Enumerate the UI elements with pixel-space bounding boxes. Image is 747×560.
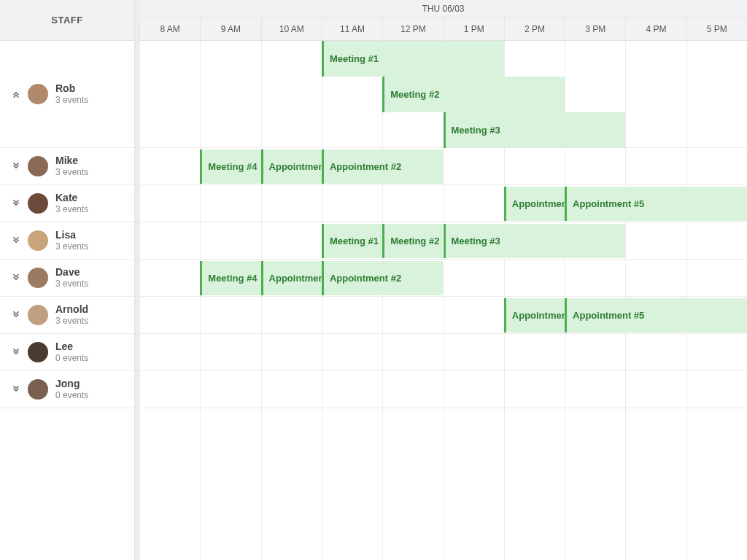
staff-name: Kate bbox=[55, 192, 88, 204]
hour-cell: 10 AM bbox=[261, 18, 322, 41]
event[interactable]: Appointment bbox=[504, 298, 565, 332]
avatar bbox=[28, 305, 48, 325]
chevron-down-icon[interactable] bbox=[7, 273, 25, 283]
hour-header: 8 AM9 AM10 AM11 AM12 PM1 PM2 PM3 PM4 PM5… bbox=[139, 18, 747, 41]
date-header: THU 06/03 bbox=[139, 0, 747, 18]
staff-events-count: 3 events bbox=[55, 241, 88, 253]
staff-events-count: 3 events bbox=[55, 316, 88, 327]
staff-row-jong[interactable]: Jong0 events bbox=[0, 371, 134, 408]
event[interactable]: Meeting #2 bbox=[382, 224, 443, 258]
staff-row-dave[interactable]: Dave3 events bbox=[0, 260, 134, 297]
event[interactable]: Meeting #2 bbox=[382, 77, 565, 112]
event[interactable]: Meeting #4 bbox=[200, 261, 260, 295]
hour-cell: 9 AM bbox=[200, 18, 260, 41]
staff-row-rob[interactable]: Rob3 events bbox=[0, 41, 134, 148]
avatar bbox=[28, 342, 48, 362]
staff-events-count: 3 events bbox=[55, 204, 88, 216]
event[interactable]: Meeting #3 bbox=[444, 224, 626, 258]
timeline: THU 06/03 8 AM9 AM10 AM11 AM12 PM1 PM2 P… bbox=[135, 0, 747, 560]
staff-name: Dave bbox=[55, 266, 88, 279]
event[interactable]: Appointment #2 bbox=[322, 149, 444, 184]
staff-events-count: 3 events bbox=[55, 167, 88, 179]
staff-name: Rob bbox=[55, 82, 88, 95]
event[interactable]: Appointment bbox=[261, 149, 322, 184]
hour-cell: 12 PM bbox=[382, 18, 443, 41]
sidebar-header: STAFF bbox=[0, 0, 134, 41]
grid-body[interactable]: Meeting #1Meeting #2Meeting #3Meeting #4… bbox=[139, 41, 747, 560]
lane: Meeting #4AppointmentAppointment #2 bbox=[139, 148, 747, 185]
hour-cell: 4 PM bbox=[625, 18, 686, 41]
lane: AppointmentAppointment #5 bbox=[139, 297, 747, 334]
event[interactable]: Meeting #1 bbox=[322, 224, 382, 258]
avatar bbox=[28, 156, 48, 176]
chevron-down-icon[interactable] bbox=[7, 310, 25, 320]
hour-cell: 3 PM bbox=[565, 18, 625, 41]
lane: Meeting #4AppointmentAppointment #2 bbox=[139, 260, 747, 297]
chevron-down-icon[interactable] bbox=[7, 347, 25, 357]
lane: Meeting #1Meeting #2Meeting #3 bbox=[139, 222, 747, 260]
event[interactable]: Meeting #3 bbox=[444, 112, 626, 148]
chevron-up-icon[interactable] bbox=[7, 89, 25, 99]
lane: AppointmentAppointment #5 bbox=[139, 185, 747, 222]
event[interactable]: Meeting #4 bbox=[200, 149, 260, 184]
chevron-down-icon[interactable] bbox=[7, 161, 25, 171]
staff-row-lisa[interactable]: Lisa3 events bbox=[0, 222, 134, 260]
event[interactable]: Appointment #5 bbox=[565, 298, 747, 332]
chevron-down-icon[interactable] bbox=[7, 236, 25, 246]
hour-cell: 11 AM bbox=[322, 18, 382, 41]
staff-row-arnold[interactable]: Arnold3 events bbox=[0, 297, 134, 334]
staff-events-count: 0 events bbox=[55, 390, 88, 402]
event[interactable]: Appointment #2 bbox=[322, 261, 444, 295]
avatar bbox=[28, 379, 48, 400]
staff-name: Lisa bbox=[55, 229, 88, 241]
staff-name: Jong bbox=[55, 378, 88, 390]
event[interactable]: Meeting #1 bbox=[322, 41, 504, 77]
event[interactable]: Appointment bbox=[261, 261, 322, 295]
hour-cell: 1 PM bbox=[444, 18, 504, 41]
staff-name: Lee bbox=[55, 341, 88, 353]
staff-row-kate[interactable]: Kate3 events bbox=[0, 185, 134, 222]
lane bbox=[139, 371, 747, 408]
hour-cell: 2 PM bbox=[504, 18, 565, 41]
staff-name: Arnold bbox=[55, 303, 88, 316]
sidebar: STAFF Rob3 eventsMike3 eventsKate3 event… bbox=[0, 0, 135, 560]
avatar bbox=[28, 84, 48, 104]
staff-name: Mike bbox=[55, 155, 88, 167]
event[interactable]: Appointment #5 bbox=[565, 187, 747, 221]
hour-cell: 5 PM bbox=[686, 18, 747, 41]
chevron-down-icon[interactable] bbox=[7, 198, 25, 209]
hour-cell: 8 AM bbox=[139, 18, 200, 41]
chevron-down-icon[interactable] bbox=[7, 384, 25, 394]
avatar bbox=[28, 193, 48, 214]
avatar bbox=[28, 268, 48, 288]
lane: Meeting #1Meeting #2Meeting #3 bbox=[139, 41, 747, 148]
staff-events-count: 3 events bbox=[55, 95, 88, 106]
avatar bbox=[28, 230, 48, 251]
lane bbox=[139, 334, 747, 371]
staff-events-count: 3 events bbox=[55, 279, 88, 290]
event[interactable]: Appointment bbox=[504, 187, 565, 221]
staff-events-count: 0 events bbox=[55, 353, 88, 365]
staff-row-lee[interactable]: Lee0 events bbox=[0, 334, 134, 371]
staff-row-mike[interactable]: Mike3 events bbox=[0, 148, 134, 185]
